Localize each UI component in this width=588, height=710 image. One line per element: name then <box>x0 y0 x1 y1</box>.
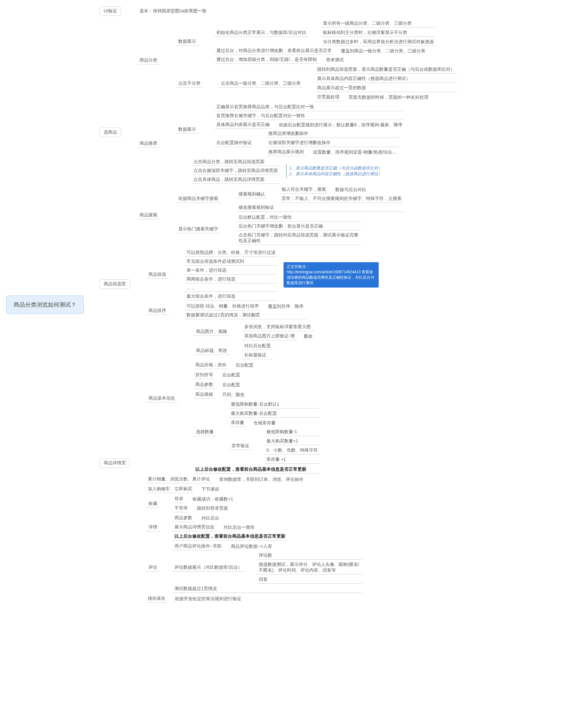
leaf: 右侧顶部关键字进行增删改操作 <box>266 139 399 147</box>
note: 后台配置 <box>220 371 243 379</box>
leaf: 测试数据超过1页情况 <box>173 585 362 593</box>
annotation: 1、显示商品数量是否正确（与后台或数据库比对） 2、展示具体商品内容正确性（挑选… <box>286 164 387 178</box>
leaf: 异常：不输入、不符合搜索规则的关键字、特殊字符，点搜索 <box>280 195 403 203</box>
leaf: 最低限购数量-后台默认1 <box>229 401 320 408</box>
node: 商品标题、简述 <box>193 347 229 355</box>
leaf: 最低限购数量-1 <box>265 428 320 436</box>
leaf: 累计销量、浏览次数、累计评论 <box>146 475 212 483</box>
leaf: 折扣价等 <box>193 371 215 379</box>
leaf: 初始化商品分类正常展示，与数据库/后台对比 <box>214 29 308 37</box>
leaf: 修改搜索规则验证 <box>237 204 403 212</box>
leaf: 最大组合条件，进行筛选 <box>185 293 277 301</box>
note: 查询数据库，关联到订单、浏览、评论操作 <box>217 476 306 483</box>
leaf: 点击右侧顶部关键字，跳转至商品详情页面 <box>192 167 280 175</box>
node-search[interactable]: 商品搜索 <box>137 211 160 219</box>
leaf: 通过后台，增加层级分类，四级/五级/... 是否有限制 <box>214 56 319 64</box>
mindmap-root: 商品分类浏览如何测试？ UI验证 基本：保持跟原型图/ui效果图一致 选商品 商… <box>6 6 582 603</box>
leaf: 回复 <box>257 576 362 584</box>
note: 跳转到登录页面 <box>194 505 230 512</box>
leaf: 库存量 +1 <box>265 456 320 464</box>
branch-select-product[interactable]: 选商品 商品分类 数据展示 初始化商品分类正常展示，与数据库/后台对比 显示所有… <box>100 20 457 245</box>
leaf: 数据要测试超过1页的情况，测试翻页 <box>185 311 306 319</box>
leaf: 首页推荐右侧关键字，与后台配置对比一致性 <box>214 112 405 120</box>
leaf: 评论数据展示（对比数据库/后台） <box>173 564 244 572</box>
leaf: 商品展示超过一页的数据 <box>315 84 457 92</box>
note: 收藏成功，收藏数+1 <box>190 495 236 503</box>
note: 后台配置 <box>220 381 243 389</box>
node-category[interactable]: 商品分类 <box>137 56 160 65</box>
note: 数据与后台对比 <box>333 186 369 194</box>
leaf-emphasis: 以上后台修改配置，查看前台商品基本信息是否正常更新 <box>173 532 287 541</box>
leaf-emphasis: 以上后台修改配置，查看前台商品基本信息是否正常更新 <box>193 466 320 474</box>
leaf: 显示所有一级商品分类、二级分类、三级分类 <box>321 20 436 28</box>
leaf: 点击商品分类，跳转至商品筛选页面 <box>192 158 280 166</box>
root-node[interactable]: 商品分类浏览如何测试？ <box>6 295 84 314</box>
node[interactable]: 依据商品关键字搜索 <box>176 195 221 203</box>
leaf: 用户商品评论操作--关联 <box>173 542 224 550</box>
leaf: 点击具体商品，跳转至商品详情页面 <box>192 176 280 184</box>
leaf: 后台默认配置，对比一致性 <box>237 214 361 221</box>
leaf: 基本：保持跟原型图/ui效果图一致 <box>137 7 209 15</box>
leaf: 登录 <box>173 495 185 503</box>
leaf: 添加商品图片上限验证-增 <box>242 332 297 340</box>
node: 选择数量 <box>193 428 216 436</box>
node: 商品筛选页 <box>100 279 130 289</box>
leaf: 0、小数、负数、特殊字符 <box>265 447 320 454</box>
note: 设置数量、排序规则设置-销量/热度/综合... <box>311 148 399 156</box>
node[interactable]: 点击子分类 <box>176 80 203 88</box>
branch-ui-verify[interactable]: UI验证 基本：保持跟原型图/ui效果图一致 <box>100 6 457 16</box>
note: 商品评论数据-->入库 <box>228 543 275 550</box>
node[interactable]: 数据展示 <box>176 38 199 46</box>
leaf: 点击商品一级分类、二级分类、三级分类 <box>219 80 302 88</box>
leaf: 对比后台配置 <box>242 342 273 350</box>
leaf: 后台配置操作验证 <box>214 139 254 147</box>
node: 选商品 <box>100 127 121 137</box>
leaf: 正确显示首页推荐商品品类，与后台配置比对一致 <box>214 103 405 111</box>
leaf: 空页面处理 <box>315 93 341 101</box>
leaf: 两两组合条件，进行筛选 <box>185 276 277 283</box>
leaf: 通过后台，对商品分类进行增改删，查看前台展示是否正常 <box>214 47 334 55</box>
leaf: 评论数 <box>257 552 362 560</box>
leaf: 商品参数 <box>193 381 215 389</box>
node[interactable]: 商品筛选 <box>146 271 169 279</box>
leaf: 商品规格 <box>193 391 215 399</box>
annotation-highlight: 正交实验法：http://testingpai.com/article/1606… <box>284 262 379 288</box>
leaf: 输入符合关键字，搜索 <box>280 186 328 194</box>
note: 依据开发给定的算法规则进行验证 <box>172 595 244 603</box>
leaf: 鼠标移动到主分类时，右侧浮窗显示子分类 <box>321 29 436 37</box>
branch-detail-page[interactable]: 商品详情页 商品基本信息 商品图片、视频 多张浏览，支持鼠标浮窗查看大图 添加商… <box>100 323 457 603</box>
leaf: 可以按照 综合、销量、价格进行排序 <box>185 303 261 310</box>
leaf: 最大购买数量-后台配置 <box>229 410 320 418</box>
leaf: 猜你喜欢 <box>146 595 168 603</box>
leaf: 当分类数据过多时，采用边界值分析法进行测试对象挑选 <box>321 38 436 46</box>
leaf: 展示具体商品内容正确性（挑选商品进行测试） <box>315 75 457 83</box>
leaf: 挑选数据测试，展示评分、评论人头像、昵称(匿名/不匿名)、评论时间、评论内容、回… <box>257 561 362 574</box>
node[interactable]: 详情 <box>146 523 160 531</box>
note: 下节课讲 <box>199 486 222 493</box>
node: 商品图片、视频 <box>193 328 229 336</box>
node[interactable]: 收藏 <box>146 500 160 508</box>
node-recommend[interactable]: 商品推荐 <box>137 140 160 148</box>
leaf: 跳转到商品筛选页面，显示商品数量是否正确（与后台或数据库比对） <box>315 66 457 74</box>
node[interactable]: 显示热门搜索关键字 <box>176 226 221 233</box>
note: 依据后台配置规则进行展示；默认数量8，排序规则-最新、降序 <box>276 121 405 129</box>
leaf: 展示商品详情页信息 <box>173 523 216 531</box>
note: 删改 <box>301 333 315 340</box>
branch-filter-page[interactable]: 商品筛选页 商品筛选 可以按照品牌、分类、价格、尺寸等进行过滤 常见组合筛选条件… <box>100 249 457 319</box>
node[interactable]: 商品基本信息 <box>146 395 178 402</box>
node: 异常验证 <box>229 442 252 450</box>
leaf: 商品价格：原价 <box>193 361 228 369</box>
leaf: 最大购买数量+1 <box>265 437 320 445</box>
note: 简单测试 <box>323 56 346 64</box>
node[interactable]: 评论 <box>146 564 160 572</box>
leaf: 可以按照品牌、分类、价格、尺寸等进行过滤 <box>185 249 277 257</box>
node[interactable]: 商品排序 <box>146 307 169 315</box>
node[interactable]: 数据展示 <box>176 126 199 134</box>
node: 商品详情页 <box>100 458 130 468</box>
note: 后台配置 <box>233 361 256 369</box>
leaf: 推荐商品展示规则 <box>266 148 306 156</box>
leaf: 库存量 <box>229 419 246 427</box>
note: 覆盖到商品一级分类、二级分类、三级分类 <box>338 47 428 55</box>
note: 仓储库存量 <box>251 419 278 427</box>
leaf: 常见组合筛选条件必须测试到 <box>185 258 277 266</box>
